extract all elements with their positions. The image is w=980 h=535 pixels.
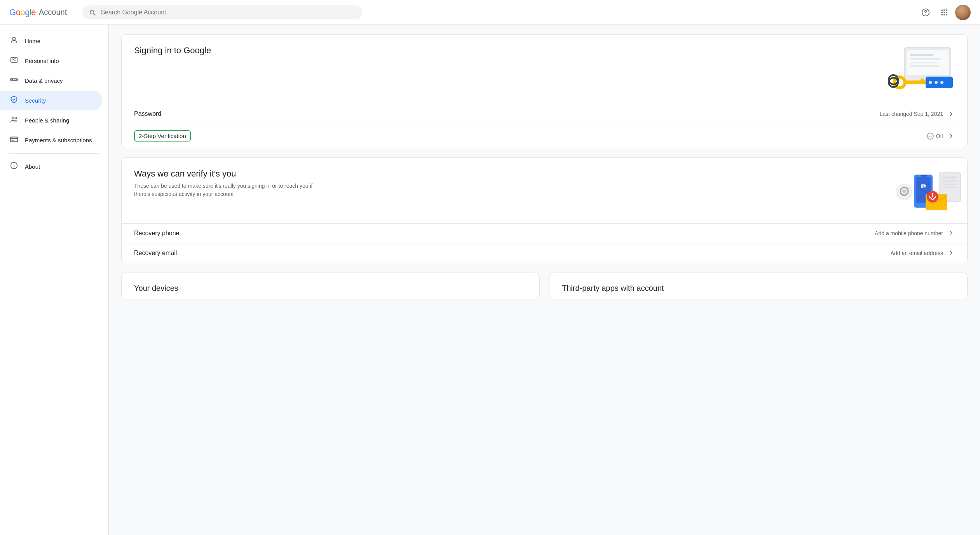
svg-point-19 [15,117,17,119]
search-bar [82,5,362,19]
data-privacy-icon [9,75,19,86]
recovery-phone-row[interactable]: Recovery phone Add a mobile phone number [122,223,967,243]
svg-rect-43 [942,177,956,178]
payments-icon [9,135,19,145]
svg-rect-10 [946,14,947,15]
google-logo-text: Google [9,7,36,17]
two-step-label-container: 2-Step Verification [134,130,191,142]
password-chevron-icon [948,110,955,117]
help-button[interactable] [918,5,933,20]
password-label: Password [134,110,161,117]
apps-icon [940,9,948,16]
sidebar-label-security: Security [25,97,46,104]
sidebar-item-data-privacy[interactable]: Data & privacy [0,71,102,91]
recovery-email-label: Recovery email [134,250,177,257]
devices-card: Your devices [121,273,540,299]
sidebar-label-home: Home [25,38,40,44]
security-icon [9,95,19,106]
svg-point-38 [935,81,938,84]
search-icon [89,9,96,16]
verify-illustration [893,169,955,215]
svg-rect-29 [910,62,937,63]
two-step-value-container: Off [927,133,955,140]
svg-point-49 [902,189,906,193]
bottom-cards-row: Your devices Third-party apps with accou… [121,273,968,309]
password-row[interactable]: Password Last changed Sep 1, 2021 [122,104,967,124]
sidebar-label-personal-info: Personal info [25,58,59,64]
sidebar-item-security[interactable]: Security [0,91,102,110]
sidebar-item-personal-info[interactable]: Personal info [0,51,102,71]
sidebar-divider [9,153,99,154]
svg-rect-5 [942,12,943,13]
personal-info-icon [9,56,19,66]
help-icon [921,8,930,17]
signin-card-header: Signing in to Google [122,35,967,104]
svg-rect-52 [921,175,927,177]
search-input[interactable] [101,9,356,16]
google-account-logo[interactable]: Google Account [9,7,67,17]
verify-card-header: Ways we can verify it's you These can be… [122,158,967,223]
layout: Home Personal info [0,25,980,535]
svg-rect-8 [942,14,943,15]
two-step-status: Off [936,133,943,139]
signin-illustration [877,45,955,96]
signin-illustration-svg [877,45,955,96]
two-step-chevron-icon [948,133,955,140]
verify-illustration-svg [893,169,963,215]
sidebar-item-people-sharing[interactable]: People & sharing [0,110,102,130]
sidebar-item-about[interactable]: About [0,157,102,177]
off-icon [927,133,934,140]
header-actions [918,5,971,20]
sidebar-label-about: About [25,163,40,170]
svg-rect-46 [942,187,958,188]
svg-rect-21 [12,140,14,141]
svg-point-15 [12,79,13,80]
off-dash [928,136,932,136]
svg-rect-27 [910,54,933,56]
svg-point-39 [940,81,943,84]
recovery-phone-value-container: Add a mobile phone number [875,230,955,237]
avatar-image [955,5,971,20]
about-icon [9,161,19,172]
sidebar-label-payments: Payments & subscriptions [25,137,92,143]
svg-rect-34 [921,79,924,82]
people-icon [9,115,19,126]
avatar[interactable] [955,5,971,20]
verify-card-text: Ways we can verify it's you These can be… [134,169,328,198]
sidebar-item-payments[interactable]: Payments & subscriptions [0,130,102,150]
third-party-card: Third-party apps with account [549,273,968,299]
svg-rect-4 [946,9,947,10]
recovery-email-row[interactable]: Recovery email Add an email address [122,243,967,263]
svg-point-1 [925,14,926,14]
recovery-phone-label: Recovery phone [134,230,180,237]
signin-card: Signing in to Google [121,34,968,148]
signin-card-title: Signing in to Google [134,45,211,56]
verify-card-subtitle: These can be used to make sure it's real… [134,182,328,198]
svg-point-23 [14,164,14,164]
svg-rect-6 [943,12,945,13]
svg-rect-12 [11,58,17,63]
svg-rect-2 [942,9,943,10]
svg-rect-44 [942,180,958,182]
account-text: Account [39,8,67,17]
home-icon [9,36,19,46]
svg-rect-28 [910,58,941,60]
password-last-changed: Last changed Sep 1, 2021 [880,111,943,117]
header: Google Account [0,0,980,25]
third-party-card-title: Third-party apps with account [549,273,967,299]
recovery-email-value-container: Add an email address [891,250,955,257]
two-step-row[interactable]: 2-Step Verification Off [122,124,967,148]
main-content: Signing in to Google [109,25,980,535]
recovery-phone-value: Add a mobile phone number [875,230,943,236]
apps-button[interactable] [936,5,952,20]
devices-card-title: Your devices [122,273,539,299]
svg-point-11 [12,37,15,40]
svg-rect-7 [946,12,947,13]
svg-rect-3 [943,9,945,10]
svg-point-13 [12,59,14,60]
recovery-phone-chevron-icon [948,230,955,237]
sidebar-item-home[interactable]: Home [0,31,102,51]
two-step-label: 2-Step Verification [134,130,191,142]
svg-rect-33 [906,80,927,84]
search-container [82,5,362,19]
